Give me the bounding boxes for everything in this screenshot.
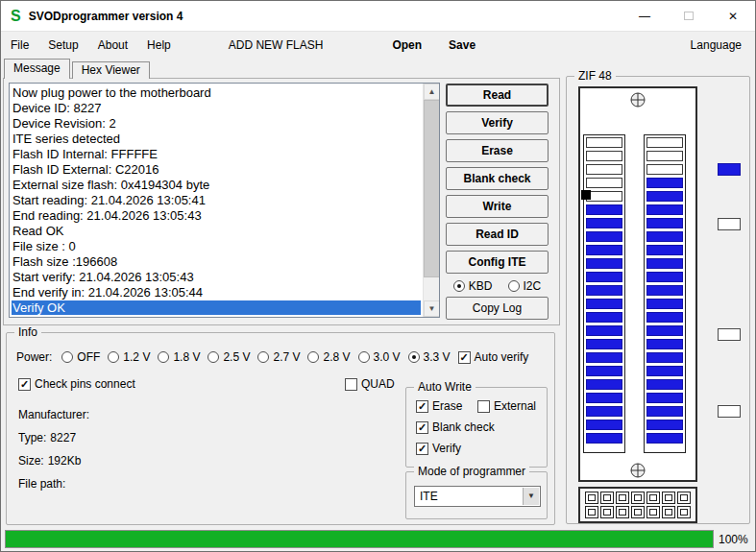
minimize-button[interactable]: — xyxy=(622,1,667,31)
zif-right-pins xyxy=(644,134,686,453)
auto-verify-label: Auto verify xyxy=(475,350,529,364)
checkbox-icon xyxy=(416,443,428,455)
radio-icon xyxy=(453,280,465,292)
zif-group: ZIF 48 xyxy=(566,76,750,524)
connector-cell xyxy=(646,492,660,504)
scroll-up-button[interactable]: ▲ xyxy=(424,84,440,100)
power-option-3-0-v[interactable]: 3.0 V xyxy=(358,350,401,364)
power-option-1-8-v[interactable]: 1.8 V xyxy=(158,350,200,364)
power-option-2-5-v[interactable]: 2.5 V xyxy=(207,350,250,364)
log-line: Device ID: 8227 xyxy=(12,101,421,116)
log-lines: Now plug power to the motherboardDevice … xyxy=(12,85,421,315)
check-pins-label: Check pins connect xyxy=(35,377,135,391)
zif-pin xyxy=(586,245,622,255)
zif-pin xyxy=(586,204,622,215)
erase-button[interactable]: Erase xyxy=(446,139,549,162)
zif-pin xyxy=(586,164,622,175)
zif-pin xyxy=(586,272,622,282)
power-option-label: 1.2 V xyxy=(123,350,150,364)
tab-message[interactable]: Message xyxy=(4,59,70,79)
blank-check-label: Blank check xyxy=(432,420,495,434)
type-row: Type:8227 xyxy=(18,431,80,444)
zif-title: ZIF 48 xyxy=(574,69,616,83)
action-panel: ReadVerifyEraseBlank checkWriteRead IDCo… xyxy=(446,84,549,320)
log-line: Start reading: 21.04.2026 13:05:41 xyxy=(12,193,421,208)
menu-file[interactable]: File xyxy=(1,33,38,59)
close-button[interactable]: ✕ xyxy=(711,1,755,31)
power-option-1-2-v[interactable]: 1.2 V xyxy=(108,350,150,364)
auto-write-title: Auto Write xyxy=(414,380,476,394)
power-option-off[interactable]: OFF xyxy=(61,350,100,364)
progress-percent: 100% xyxy=(719,533,748,546)
zif-pin xyxy=(586,352,622,363)
scroll-up-icon: ▲ xyxy=(428,87,436,96)
zif-pin xyxy=(646,339,683,349)
copy-log-button[interactable]: Copy Log xyxy=(446,297,549,320)
erase-checkbox[interactable]: Erase xyxy=(416,399,462,413)
pin-position-marker xyxy=(581,190,591,200)
zif-pin xyxy=(586,178,622,188)
progress-bar xyxy=(5,530,714,548)
connector-cell xyxy=(600,492,614,504)
external-checkbox[interactable]: External xyxy=(477,399,536,413)
zif-pin xyxy=(586,325,622,336)
maximize-button[interactable] xyxy=(667,1,711,31)
verify-button[interactable]: Verify xyxy=(446,111,549,134)
power-options: OFF1.2 V1.8 V2.5 V2.7 V2.8 V3.0 V3.3 V xyxy=(61,350,450,364)
mode-group: Mode of programmer ITE ▼ xyxy=(405,471,548,519)
menu-open[interactable]: Open xyxy=(382,33,431,59)
menu-setup[interactable]: Setup xyxy=(38,33,87,59)
write-button[interactable]: Write xyxy=(446,195,549,218)
quad-label: QUAD xyxy=(361,377,395,391)
connector-cell xyxy=(662,506,675,518)
menu-save[interactable]: Save xyxy=(439,33,485,59)
message-log[interactable]: Now plug power to the motherboardDevice … xyxy=(9,83,440,318)
zif-connector-grid xyxy=(578,487,697,523)
power-option-2-8-v[interactable]: 2.8 V xyxy=(307,350,350,364)
tab-strip: Message Hex Viewer xyxy=(4,59,152,79)
log-line: Device Revision: 2 xyxy=(12,116,421,132)
menu-about[interactable]: About xyxy=(88,33,137,59)
kbd-radio[interactable]: KBD xyxy=(453,279,493,293)
scroll-down-button[interactable]: ▼ xyxy=(424,300,440,317)
read-id-button[interactable]: Read ID xyxy=(446,223,549,246)
size-row: Size:192Kb xyxy=(18,454,85,468)
zif-pin xyxy=(646,178,683,188)
blank-check-button[interactable]: Blank check xyxy=(446,167,549,190)
menu-language[interactable]: Language xyxy=(681,33,751,59)
zif-pin xyxy=(646,272,683,282)
read-button[interactable]: Read xyxy=(446,84,549,107)
menu-help[interactable]: Help xyxy=(137,33,181,59)
connector-cell xyxy=(677,492,691,504)
zif-pin xyxy=(646,204,683,215)
power-row: Power: OFF1.2 V1.8 V2.5 V2.7 V2.8 V3.0 V… xyxy=(16,350,528,364)
blank-check-checkbox[interactable]: Blank check xyxy=(416,420,495,434)
power-option-3-3-v[interactable]: 3.3 V xyxy=(408,350,451,364)
connector-cell xyxy=(616,492,629,504)
checkbox-icon xyxy=(458,351,471,364)
power-option-label: OFF xyxy=(77,350,100,364)
verify-label: Verify xyxy=(432,442,461,455)
i2c-radio[interactable]: I2C xyxy=(508,279,542,293)
window-title: SVODprogrammer version 4 xyxy=(29,10,183,23)
interface-radio-row: KBD I2C xyxy=(446,278,549,293)
titlebar: S SVODprogrammer version 4 — ✕ xyxy=(1,1,755,32)
zif-pin xyxy=(586,379,622,390)
tab-hex-viewer[interactable]: Hex Viewer xyxy=(72,61,150,79)
menu-add-new-flash[interactable]: ADD NEW FLASH xyxy=(219,33,333,59)
checkbox-icon xyxy=(345,378,357,391)
verify-checkbox[interactable]: Verify xyxy=(416,442,461,455)
quad-checkbox[interactable]: QUAD xyxy=(345,377,395,391)
auto-verify-checkbox[interactable]: Auto verify xyxy=(458,350,529,364)
scrollbar-thumb[interactable] xyxy=(424,100,440,277)
power-option-2-7-v[interactable]: 2.7 V xyxy=(257,350,300,364)
config-ite-button[interactable]: Config ITE xyxy=(446,251,549,274)
radio-icon xyxy=(61,351,73,363)
log-scrollbar[interactable]: ▲ ▼ xyxy=(423,84,439,317)
zif-pin xyxy=(646,137,683,148)
check-pins-checkbox[interactable]: Check pins connect xyxy=(18,377,135,391)
manufacturer-label: Manufacturer: xyxy=(18,408,89,421)
zif-pin xyxy=(586,137,622,148)
chevron-down-icon: ▼ xyxy=(523,488,539,505)
mode-dropdown[interactable]: ITE ▼ xyxy=(414,486,541,507)
